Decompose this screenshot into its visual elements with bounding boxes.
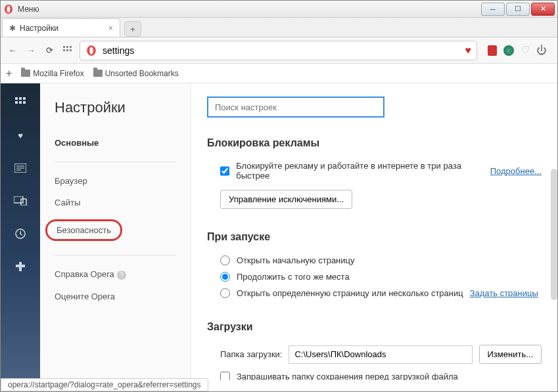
settings-main: Блокировка рекламы Блокируйте рекламу и … <box>191 83 557 380</box>
set-pages-link[interactable]: Задать страницы <box>470 288 538 298</box>
settings-search-input[interactable] <box>207 97 384 118</box>
rail-speeddial-icon[interactable] <box>13 95 28 110</box>
opera-o-icon <box>85 45 97 56</box>
svg-rect-14 <box>19 101 22 104</box>
svg-rect-4 <box>70 46 72 48</box>
ask-folder-checkbox[interactable] <box>220 372 230 380</box>
scrollbar-thumb[interactable] <box>551 169 557 300</box>
sidebar-item-sites[interactable]: Сайты <box>55 192 176 213</box>
svg-rect-5 <box>63 49 65 51</box>
help-icon: ? <box>117 271 126 280</box>
add-bookmark-button[interactable]: + <box>6 68 12 79</box>
download-path-input[interactable] <box>289 345 472 364</box>
svg-rect-11 <box>19 97 22 100</box>
svg-rect-3 <box>66 46 68 48</box>
radio-input[interactable] <box>220 272 230 282</box>
rail-extensions-icon[interactable] <box>13 259 28 274</box>
power-icon[interactable]: ⏻ <box>536 45 547 56</box>
sidebar-item-main[interactable]: Основные <box>55 132 176 154</box>
section-downloads: Загрузки Папка загрузки: Изменить... Зап… <box>207 321 542 380</box>
bookmark-label: Unsorted Bookmarks <box>105 69 179 78</box>
address-bar[interactable]: ♥ <box>80 41 477 60</box>
status-bar: opera://startpage/?dialog=rate_opera&ref… <box>1 378 208 391</box>
reload-button[interactable]: ⟳ <box>43 44 56 57</box>
adblock-more-link[interactable]: Подробнее... <box>490 166 542 176</box>
svg-rect-12 <box>23 97 26 100</box>
radio-input[interactable] <box>220 288 230 298</box>
bookmark-label: Mozilla Firefox <box>33 69 83 78</box>
ask-folder-label: Запрашивать папку сохранения перед загру… <box>237 372 458 380</box>
left-rail: ♥ <box>1 83 40 380</box>
change-folder-button[interactable]: Изменить... <box>479 345 542 364</box>
svg-rect-21 <box>21 199 26 206</box>
window-titlebar: Меню ─ ☐ ✕ <box>1 1 557 18</box>
maximize-button[interactable]: ☐ <box>506 3 530 16</box>
svg-rect-10 <box>15 97 18 100</box>
new-tab-button[interactable]: + <box>124 21 141 37</box>
menu-label[interactable]: Меню <box>18 5 39 14</box>
url-input[interactable] <box>103 45 460 56</box>
forward-button[interactable]: → <box>24 44 37 57</box>
svg-rect-20 <box>14 196 23 203</box>
sidebar-item-security[interactable]: Безопасность <box>55 213 176 247</box>
section-title: Загрузки <box>207 321 542 333</box>
navigation-bar: ← → ⟳ ♥ ♡ ⏻ <box>1 37 557 64</box>
bookmark-folder-2[interactable]: Unsorted Bookmarks <box>93 69 179 78</box>
tab-close-icon[interactable]: × <box>108 24 113 33</box>
highlight-annotation: Безопасность <box>45 219 122 241</box>
rail-news-icon[interactable] <box>13 161 28 175</box>
startup-radio-pages[interactable]: Открыть определенную страницу или нескол… <box>207 285 542 301</box>
svg-rect-15 <box>23 101 26 104</box>
sidebar-item-help[interactable]: Справка Opera? <box>55 263 176 286</box>
startup-radio-home[interactable]: Открыть начальную страницу <box>207 252 542 269</box>
tab-title: Настройки <box>20 24 58 33</box>
content-area: ♥ Настройки Основные Браузер Сайты Безоп… <box>1 83 557 380</box>
globe-icon[interactable] <box>503 45 514 56</box>
folder-icon <box>21 70 30 77</box>
minimize-button[interactable]: ─ <box>481 3 505 16</box>
svg-rect-2 <box>63 46 65 48</box>
sidebar-item-rate[interactable]: Оцените Opera <box>55 286 176 307</box>
rail-heart-icon[interactable]: ♥ <box>13 128 28 142</box>
folder-icon <box>93 70 103 77</box>
svg-point-9 <box>89 47 93 54</box>
section-title: При запуске <box>207 231 542 243</box>
manage-exceptions-button[interactable]: Управление исключениями... <box>220 190 352 209</box>
bookmark-folder-1[interactable]: Mozilla Firefox <box>21 69 83 78</box>
heart-icon[interactable]: ♥ <box>465 45 472 56</box>
back-button[interactable]: ← <box>6 44 19 57</box>
svg-rect-6 <box>66 49 68 51</box>
svg-point-1 <box>7 6 11 12</box>
section-title: Блокировка рекламы <box>207 137 542 149</box>
rail-sync-icon[interactable] <box>13 194 28 208</box>
radio-input[interactable] <box>220 255 230 265</box>
ext-icon-1[interactable] <box>488 45 497 56</box>
rail-history-icon[interactable] <box>13 227 28 241</box>
opera-logo-icon <box>3 4 14 14</box>
tab-bar: ✱ Настройки × + <box>1 18 557 37</box>
section-startup: При запуске Открыть начальную страницу П… <box>207 231 542 301</box>
page-title: Настройки <box>40 97 191 132</box>
adblock-label: Блокируйте рекламу и работайте в интерне… <box>236 161 484 181</box>
svg-rect-7 <box>70 49 72 51</box>
svg-rect-13 <box>15 101 18 104</box>
tab-settings[interactable]: ✱ Настройки × <box>2 18 120 37</box>
shield-icon[interactable]: ♡ <box>521 44 530 56</box>
download-folder-label: Папка загрузки: <box>220 349 282 359</box>
bookmarks-bar: + Mozilla Firefox Unsorted Bookmarks <box>1 64 557 83</box>
settings-sidebar: Настройки Основные Браузер Сайты Безопас… <box>40 83 191 380</box>
gear-icon: ✱ <box>9 24 16 33</box>
section-adblock: Блокировка рекламы Блокируйте рекламу и … <box>207 137 542 211</box>
sidebar-item-browser[interactable]: Браузер <box>55 170 176 192</box>
close-button[interactable]: ✕ <box>531 3 555 16</box>
startup-radio-continue[interactable]: Продолжить с того же места <box>207 269 542 285</box>
speeddial-icon[interactable] <box>61 44 74 57</box>
adblock-checkbox[interactable] <box>220 166 229 176</box>
